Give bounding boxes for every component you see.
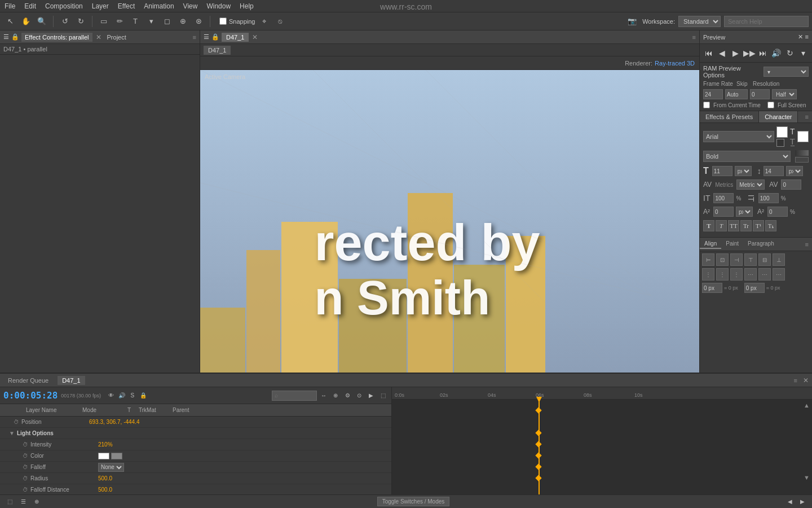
- play-btn[interactable]: ▶: [730, 47, 742, 59]
- renderer-value[interactable]: Ray-traced 3D: [655, 60, 695, 67]
- zoom-tool[interactable]: 🔍: [35, 15, 48, 28]
- font-select[interactable]: Arial: [703, 131, 774, 142]
- falloff-select[interactable]: None: [98, 463, 124, 472]
- align-bottom-btn[interactable]: ⊥: [773, 253, 785, 266]
- align-vcenter-btn[interactable]: ⊟: [758, 253, 771, 266]
- toggle-switches-btn[interactable]: Toggle Switches / Modes: [377, 497, 450, 506]
- menu-animation[interactable]: Animation: [144, 2, 174, 10]
- prev-frame-btn[interactable]: ◀: [717, 47, 728, 59]
- audio-btn[interactable]: 🔊: [771, 47, 782, 59]
- align-right-btn[interactable]: ⊣: [730, 253, 743, 266]
- tracking-input[interactable]: [781, 179, 801, 190]
- type-tool[interactable]: T: [129, 15, 142, 28]
- hand-tool[interactable]: ✋: [19, 15, 33, 28]
- tsukimi-input[interactable]: [767, 207, 788, 217]
- select-tool[interactable]: ↖: [3, 15, 17, 28]
- kerning-select[interactable]: Metrics: [736, 179, 765, 190]
- timeline-search[interactable]: [272, 391, 317, 401]
- h-spacing-input[interactable]: [702, 283, 722, 293]
- workspace-select[interactable]: Standard: [678, 16, 721, 27]
- color-swatch-timeline[interactable]: [98, 453, 109, 459]
- skip-input[interactable]: [750, 89, 770, 99]
- snap-btn2[interactable]: ⍉: [273, 15, 287, 28]
- dist-top-btn[interactable]: ⋯: [744, 268, 757, 281]
- project-tab[interactable]: Project: [104, 33, 130, 42]
- baseline-unit-select[interactable]: px: [736, 207, 753, 217]
- clone-tool[interactable]: ⊕: [176, 15, 189, 28]
- dist-left-btn[interactable]: ⋮: [702, 268, 714, 281]
- timeline-btn6[interactable]: ⬚: [378, 391, 388, 401]
- footer-btn2[interactable]: ☰: [18, 497, 28, 507]
- align-left-btn[interactable]: ⊢: [702, 253, 714, 266]
- falloff-dist-value[interactable]: 500.0: [98, 487, 112, 493]
- brush-tool[interactable]: ▾: [144, 15, 158, 28]
- align-top-btn[interactable]: ⊤: [744, 253, 757, 266]
- timeline-btn4[interactable]: ⊙: [354, 391, 364, 401]
- camera-btn[interactable]: 📷: [625, 15, 639, 28]
- intensity-stopwatch[interactable]: ⏱: [23, 441, 28, 448]
- next-frame-btn[interactable]: ▶▶: [744, 47, 755, 59]
- footer-right-btn1[interactable]: ◀: [785, 497, 795, 507]
- menu-help[interactable]: Help: [240, 2, 254, 10]
- falloff-stopwatch[interactable]: ⏱: [23, 464, 28, 470]
- radius-value[interactable]: 500.0: [98, 475, 112, 481]
- sub-btn[interactable]: T₁: [765, 220, 776, 231]
- dist-hcenter-btn[interactable]: ⋮: [716, 268, 729, 281]
- comp-close-btn[interactable]: ✕: [252, 33, 258, 41]
- radius-stopwatch[interactable]: ⏱: [23, 475, 28, 481]
- size-unit-select[interactable]: px: [735, 166, 752, 176]
- menu-window[interactable]: Window: [206, 2, 231, 10]
- first-frame-btn[interactable]: ⏮: [703, 47, 714, 59]
- comp-menu-icon[interactable]: ≡: [692, 34, 696, 41]
- full-screen-checkbox[interactable]: [767, 102, 774, 108]
- lock-btn[interactable]: 🔒: [139, 391, 148, 400]
- pen-tool[interactable]: ✏: [113, 15, 126, 28]
- render-queue-tab[interactable]: Render Queue: [3, 376, 53, 385]
- footer-btn3[interactable]: ⊕: [32, 497, 42, 507]
- from-current-checkbox[interactable]: [703, 102, 710, 108]
- dist-vcenter-btn[interactable]: ⋯: [758, 268, 771, 281]
- align-tab[interactable]: Align: [700, 239, 721, 249]
- track-scroll-up[interactable]: ▲: [804, 402, 810, 409]
- leading-unit-select[interactable]: px: [786, 166, 803, 176]
- eye-btn[interactable]: 👁: [107, 391, 116, 400]
- snapping-checkbox[interactable]: [219, 17, 227, 25]
- stroke-color-swatch[interactable]: [776, 139, 784, 147]
- menu-edit[interactable]: Edit: [24, 2, 36, 10]
- snap-btn1[interactable]: ⌖: [258, 15, 271, 28]
- timeline-btn1[interactable]: ↔: [319, 391, 329, 401]
- light-options-arrow[interactable]: ▼: [9, 430, 15, 436]
- position-value[interactable]: 693.3, 306.7, -444.4: [89, 419, 140, 425]
- playhead[interactable]: [539, 400, 540, 494]
- effect-controls-tab[interactable]: Effect Controls: parallel: [21, 33, 92, 42]
- panel-menu-icon[interactable]: ≡: [193, 34, 196, 41]
- search-help-input[interactable]: [724, 16, 809, 27]
- last-frame-btn[interactable]: ⏭: [757, 47, 769, 59]
- panel-close-btn[interactable]: ✕: [96, 33, 102, 41]
- intensity-value[interactable]: 210%: [98, 441, 113, 448]
- small-caps-btn[interactable]: Tr: [740, 220, 752, 231]
- menu-layer[interactable]: Layer: [92, 2, 109, 10]
- comp-breadcrumb-tab[interactable]: D47_1: [204, 46, 231, 55]
- track-scroll-down[interactable]: ▼: [804, 474, 810, 481]
- baseline-input[interactable]: [713, 207, 734, 217]
- composition-tab[interactable]: D47_1: [222, 33, 249, 42]
- rect-tool[interactable]: ▭: [97, 15, 111, 28]
- align-menu-icon[interactable]: ≡: [802, 239, 812, 250]
- timeline-btn5[interactable]: ▶: [366, 391, 376, 401]
- fill-color-swatch[interactable]: [776, 126, 788, 138]
- audio-solo-btn[interactable]: 🔊: [117, 391, 126, 400]
- puppet-tool[interactable]: ⊛: [192, 15, 205, 28]
- all-caps-btn[interactable]: TT: [728, 220, 739, 231]
- font-size-input[interactable]: [712, 166, 732, 176]
- white-swatch[interactable]: [797, 131, 809, 142]
- timeline-close-btn[interactable]: ✕: [803, 376, 809, 384]
- dist-bottom-btn[interactable]: ⋯: [773, 268, 785, 281]
- preview-close-icon[interactable]: ✕: [798, 33, 803, 41]
- falloff-dist-stopwatch[interactable]: ⏱: [23, 487, 28, 493]
- character-tab[interactable]: Character: [759, 111, 798, 122]
- vscale-input[interactable]: [758, 193, 779, 203]
- paragraph-tab[interactable]: Paragraph: [743, 239, 779, 249]
- menu-view[interactable]: View: [183, 2, 198, 10]
- timeline-menu-icon[interactable]: ≡: [794, 377, 797, 384]
